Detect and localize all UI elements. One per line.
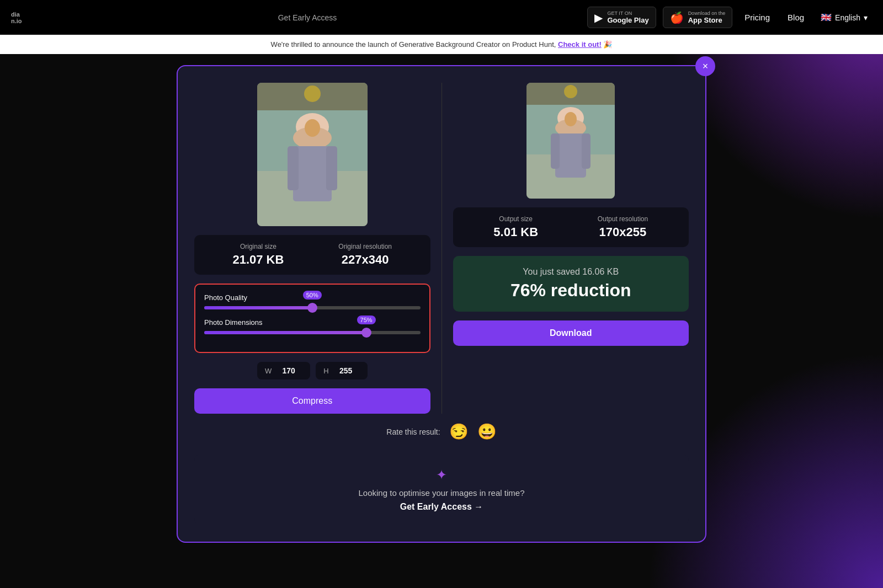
right-column: Output size 5.01 KB Output resolution 17… [453, 83, 689, 414]
app-store-sub: Download on the [688, 10, 726, 16]
quality-slider-thumb[interactable]: 50% [307, 303, 317, 313]
output-resolution-value: 170x255 [598, 225, 648, 239]
height-label: H [323, 367, 328, 375]
savings-panel: You just saved 16.06 KB 76% reduction [453, 256, 689, 312]
output-size-value: 5.01 KB [493, 225, 538, 239]
original-image [257, 83, 368, 226]
quality-badge: 50% [303, 291, 322, 300]
logo-line2: n.io [11, 18, 22, 24]
chevron-down-icon: ▾ [864, 13, 868, 22]
app-store-button[interactable]: 🍎 Download on the App Store [663, 7, 733, 28]
header: dia n.io Get Early Access ▶ GET IT ON Go… [0, 0, 883, 35]
original-resolution-item: Original resolution 227x340 [338, 243, 392, 267]
blog-link[interactable]: Blog [782, 13, 810, 22]
svg-rect-18 [555, 133, 586, 178]
early-access-text: Get Early Access [34, 13, 581, 22]
bottom-cta: ✦ Looking to optimise your images in rea… [194, 454, 689, 525]
cta-icon: ✦ [208, 467, 675, 483]
quality-slider-container: 50% [204, 306, 421, 309]
pricing-link[interactable]: Pricing [739, 13, 775, 22]
download-button[interactable]: Download [453, 320, 689, 346]
output-image [526, 83, 615, 199]
lang-label: English [835, 13, 860, 22]
savings-percentage: 76% reduction [464, 280, 678, 301]
dimensions-label: Photo Dimensions [204, 318, 421, 327]
logo-line1: dia [11, 11, 22, 18]
language-selector[interactable]: 🇬🇧 English ▾ [816, 10, 872, 25]
logo: dia n.io [11, 11, 22, 24]
svg-point-13 [564, 85, 577, 98]
height-input[interactable] [332, 366, 360, 375]
two-column-layout: Original size 21.07 KB Original resoluti… [194, 83, 689, 414]
height-input-group: H [316, 362, 367, 379]
output-size-label: Output size [493, 215, 538, 223]
quality-slider-fill [204, 306, 312, 309]
output-resolution-label: Output resolution [598, 215, 648, 223]
svg-point-10 [305, 119, 320, 137]
original-size-value: 21.07 KB [232, 253, 284, 267]
output-size-item: Output size 5.01 KB [493, 215, 538, 239]
width-input[interactable] [275, 366, 302, 375]
dimensions-slider-track[interactable]: 75% [204, 331, 421, 334]
svg-rect-7 [293, 146, 332, 201]
savings-text: You just saved 16.06 KB [464, 267, 678, 277]
announcement-link[interactable]: Check it out! [558, 40, 602, 49]
svg-rect-8 [288, 146, 299, 190]
rating-row: Rate this result: 😏 😀 [194, 423, 689, 441]
rating-emoji-sad[interactable]: 😏 [449, 423, 469, 441]
left-column: Original size 21.07 KB Original resoluti… [194, 83, 430, 414]
original-resolution-value: 227x340 [338, 253, 392, 267]
output-info-panel: Output size 5.01 KB Output resolution 17… [453, 207, 689, 247]
apple-icon: 🍎 [670, 11, 684, 24]
output-image-container [526, 83, 615, 199]
main-content: × [0, 54, 883, 554]
original-info-panel: Original size 21.07 KB Original resoluti… [194, 235, 430, 275]
dimensions-slider-fill [204, 331, 366, 334]
cta-link[interactable]: Get Early Access [400, 502, 483, 511]
announcement-text: We're thrilled to announce the launch of… [271, 40, 556, 49]
google-play-sub: GET IT ON [607, 10, 648, 16]
google-play-button[interactable]: ▶ GET IT ON Google Play [587, 7, 656, 28]
original-size-label: Original size [232, 243, 284, 250]
announcement-emoji: 🎉 [603, 40, 612, 49]
svg-rect-9 [326, 146, 337, 190]
svg-point-21 [565, 112, 577, 126]
column-divider [442, 83, 442, 414]
original-image-container [257, 83, 368, 226]
svg-point-2 [304, 85, 321, 102]
rating-label: Rate this result: [386, 427, 440, 436]
google-play-name: Google Play [607, 16, 648, 24]
compression-card: × [177, 65, 706, 543]
svg-rect-19 [551, 133, 560, 169]
dimension-inputs-row: W H [194, 362, 430, 379]
original-resolution-label: Original resolution [338, 243, 392, 250]
dimensions-badge: 75% [357, 316, 376, 324]
google-play-icon: ▶ [594, 11, 603, 24]
dimensions-slider-container: 75% [204, 331, 421, 334]
cta-text: Looking to optimise your images in real … [208, 488, 675, 498]
dimensions-slider-thumb[interactable]: 75% [361, 328, 371, 338]
svg-rect-20 [582, 133, 591, 169]
compress-button[interactable]: Compress [194, 388, 430, 414]
app-store-name: App Store [688, 16, 726, 24]
original-size-item: Original size 21.07 KB [232, 243, 284, 267]
rating-emoji-happy[interactable]: 😀 [477, 423, 497, 441]
width-input-group: W [257, 362, 310, 379]
announcement-bar: We're thrilled to announce the launch of… [0, 35, 883, 54]
quality-controls-panel: Photo Quality 50% Photo Dimensions [194, 284, 430, 353]
width-label: W [265, 367, 272, 375]
quality-slider-track[interactable]: 50% [204, 306, 421, 309]
close-button[interactable]: × [695, 56, 715, 76]
output-resolution-item: Output resolution 170x255 [598, 215, 648, 239]
flag-icon: 🇬🇧 [821, 12, 832, 23]
